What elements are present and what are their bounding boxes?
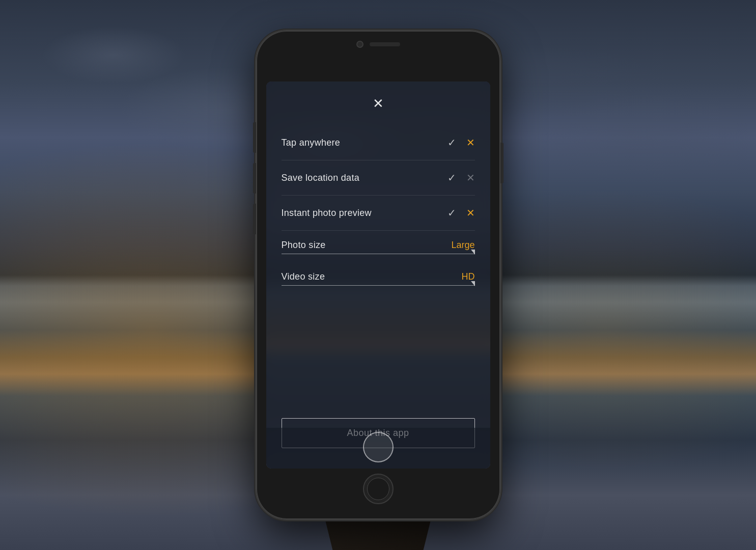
spacer bbox=[266, 294, 490, 418]
video-size-arrow-icon bbox=[471, 281, 475, 286]
phone-frame: ✕ Tap anywhere ✓ ✕ Save location data ✓ bbox=[256, 31, 500, 519]
phone-screen: ✕ Tap anywhere ✓ ✕ Save location data ✓ bbox=[266, 81, 490, 469]
home-button-inner bbox=[367, 478, 389, 500]
tap-anywhere-row: Tap anywhere ✓ ✕ bbox=[282, 125, 475, 160]
save-location-label: Save location data bbox=[282, 173, 360, 183]
photo-size-section: Photo size Large bbox=[282, 231, 475, 254]
tap-anywhere-controls: ✓ ✕ bbox=[447, 136, 475, 149]
instant-preview-label: Instant photo preview bbox=[282, 208, 372, 218]
save-location-controls: ✓ ✕ bbox=[447, 172, 475, 184]
home-button[interactable] bbox=[363, 474, 394, 504]
save-location-check-icon[interactable]: ✓ bbox=[447, 172, 456, 184]
front-camera bbox=[356, 41, 363, 48]
save-location-x-icon[interactable]: ✕ bbox=[466, 172, 475, 184]
instant-preview-controls: ✓ ✕ bbox=[447, 207, 475, 219]
video-size-underline bbox=[282, 285, 475, 286]
instant-preview-x-icon[interactable]: ✕ bbox=[466, 207, 475, 219]
tap-anywhere-check-icon[interactable]: ✓ bbox=[447, 136, 456, 149]
photo-size-row[interactable]: Photo size Large bbox=[282, 231, 475, 254]
photo-size-arrow-icon bbox=[471, 250, 475, 255]
video-size-section: Video size HD bbox=[282, 262, 475, 286]
video-size-value: HD bbox=[462, 271, 475, 282]
instant-preview-row: Instant photo preview ✓ ✕ bbox=[282, 196, 475, 231]
instant-preview-check-icon[interactable]: ✓ bbox=[447, 207, 456, 219]
close-icon: ✕ bbox=[373, 97, 384, 110]
close-button[interactable]: ✕ bbox=[266, 81, 490, 120]
tap-anywhere-label: Tap anywhere bbox=[282, 138, 341, 148]
camera-shutter-area bbox=[266, 428, 490, 469]
photo-size-value: Large bbox=[451, 240, 474, 251]
photo-size-label: Photo size bbox=[282, 240, 326, 251]
video-size-row[interactable]: Video size HD bbox=[282, 262, 475, 285]
photo-size-underline bbox=[282, 254, 475, 254]
video-size-label: Video size bbox=[282, 271, 325, 282]
save-location-row: Save location data ✓ ✕ bbox=[282, 160, 475, 196]
tap-anywhere-x-icon[interactable]: ✕ bbox=[466, 136, 475, 149]
settings-list: Tap anywhere ✓ ✕ Save location data ✓ ✕ bbox=[266, 120, 490, 294]
settings-panel: ✕ Tap anywhere ✓ ✕ Save location data ✓ bbox=[266, 81, 490, 469]
shutter-button[interactable] bbox=[363, 432, 394, 462]
phone-top-bar bbox=[356, 41, 400, 48]
speaker-grille bbox=[370, 42, 400, 46]
